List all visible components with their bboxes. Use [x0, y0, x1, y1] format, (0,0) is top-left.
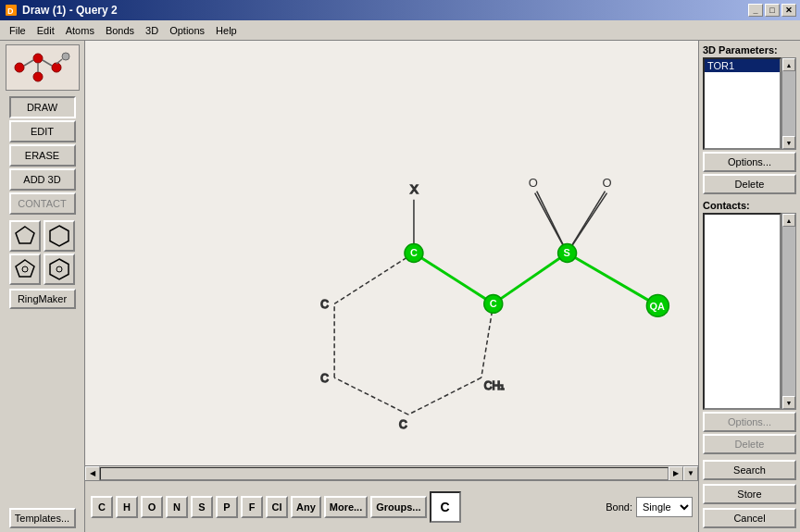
element-More-button[interactable]: More...	[324, 496, 368, 518]
svg-text:QA: QA	[649, 301, 665, 312]
window-controls: _ □ ✕	[748, 4, 796, 17]
element-O-button[interactable]: O	[141, 496, 163, 518]
svg-line-7	[24, 60, 33, 66]
menu-help[interactable]: Help	[210, 23, 243, 38]
scroll-down-button[interactable]: ▼	[683, 466, 698, 481]
contacts-scroll-track	[782, 227, 795, 396]
svg-point-16	[56, 266, 62, 272]
hexagon-ring-button[interactable]	[44, 220, 75, 252]
params-scroll-up[interactable]: ▲	[782, 58, 795, 71]
maximize-button[interactable]: □	[765, 4, 780, 17]
menu-bonds[interactable]: Bonds	[100, 23, 140, 38]
svg-text:C: C	[410, 247, 418, 258]
svg-line-19	[414, 254, 494, 304]
svg-text:C: C	[490, 298, 497, 309]
canvas-area: X CH₁ C C C	[85, 41, 698, 532]
window-title: Draw (1) - Query 2	[22, 4, 748, 17]
right-panel: 3D Parameters: TOR1 ▲ ▼ Options... Delet…	[698, 41, 800, 532]
svg-line-23	[334, 377, 408, 414]
element-Any-button[interactable]: Any	[291, 496, 321, 518]
draw-button[interactable]: DRAW	[9, 96, 76, 118]
svg-line-32	[537, 192, 568, 254]
drawing-canvas[interactable]: X CH₁ C C C	[85, 41, 698, 465]
current-element-display: C	[430, 491, 461, 523]
svg-text:S: S	[564, 247, 570, 258]
element-bar: C H O N S P F Cl Any More... Groups... C…	[85, 480, 698, 532]
store-button[interactable]: Store	[703, 484, 796, 504]
params-scroll-track	[782, 71, 795, 136]
menu-3d[interactable]: 3D	[140, 23, 164, 38]
element-N-button[interactable]: N	[166, 496, 188, 518]
minimize-button[interactable]: _	[748, 4, 763, 17]
element-P-button[interactable]: P	[216, 496, 238, 518]
contacts-options-button[interactable]: Options...	[703, 412, 796, 432]
element-C-button[interactable]: C	[91, 496, 113, 518]
svg-point-3	[33, 54, 43, 63]
pentagon-filled-ring-button[interactable]	[9, 254, 41, 285]
menu-atoms[interactable]: Atoms	[60, 23, 100, 38]
params-list-container: TOR1 ▲ ▼	[703, 57, 796, 150]
search-button[interactable]: Search	[703, 460, 796, 480]
params-delete-button[interactable]: Delete	[703, 174, 796, 194]
menu-bar: File Edit Atoms Bonds 3D Options Help	[0, 20, 800, 41]
contacts-list-container: ▲ ▼	[703, 213, 796, 410]
horizontal-scrollbar: ◀ ▶ ▼	[85, 465, 698, 480]
bond-area: Bond: Single Double Triple Any	[606, 497, 693, 517]
svg-marker-11	[16, 227, 34, 243]
contacts-list[interactable]	[703, 213, 781, 410]
element-S-button[interactable]: S	[191, 496, 213, 518]
ring-buttons	[9, 220, 76, 285]
logo-area	[6, 44, 80, 91]
menu-edit[interactable]: Edit	[31, 23, 60, 38]
svg-text:X: X	[410, 182, 419, 196]
scroll-track-h[interactable]	[100, 467, 669, 480]
svg-point-2	[15, 63, 24, 72]
element-Cl-button[interactable]: Cl	[266, 496, 288, 518]
svg-point-14	[22, 266, 28, 272]
close-button[interactable]: ✕	[781, 4, 796, 17]
3d-params-label: 3D Parameters:	[703, 44, 796, 56]
element-H-button[interactable]: H	[116, 496, 138, 518]
scroll-right-button[interactable]: ▶	[669, 466, 683, 481]
params-list[interactable]: TOR1	[703, 57, 781, 150]
svg-line-10	[56, 59, 62, 64]
erase-button[interactable]: ERASE	[9, 144, 76, 167]
left-toolbar: DRAW EDIT ERASE ADD 3D CONTACT	[0, 41, 85, 532]
element-F-button[interactable]: F	[241, 496, 263, 518]
contact-button[interactable]: CONTACT	[9, 192, 76, 215]
molecule-svg: X CH₁ C C C	[85, 41, 698, 465]
contacts-scrollbar: ▲ ▼	[781, 213, 796, 410]
bond-select[interactable]: Single Double Triple Any	[636, 497, 693, 517]
svg-marker-15	[50, 259, 69, 279]
templates-button[interactable]: Templates...	[9, 508, 76, 528]
svg-marker-13	[16, 260, 34, 277]
bond-label: Bond:	[606, 501, 632, 513]
contacts-delete-button[interactable]: Delete	[703, 434, 796, 454]
params-list-item-0[interactable]: TOR1	[705, 59, 780, 72]
svg-text:O: O	[529, 176, 538, 190]
ring-maker-button[interactable]: RingMaker	[9, 289, 76, 309]
contacts-scroll-down[interactable]: ▼	[782, 396, 795, 409]
svg-point-4	[52, 63, 61, 72]
svg-line-29	[494, 254, 568, 304]
add3d-button[interactable]: ADD 3D	[9, 168, 76, 191]
contacts-label: Contacts:	[703, 200, 796, 211]
hexagon-filled-ring-button[interactable]	[44, 254, 75, 285]
params-options-button[interactable]: Options...	[703, 152, 796, 172]
element-Groups-button[interactable]: Groups...	[370, 496, 426, 518]
svg-text:O: O	[603, 176, 612, 190]
menu-file[interactable]: File	[4, 23, 31, 38]
app-icon: D	[4, 3, 19, 18]
pentagon-ring-button[interactable]	[9, 220, 41, 252]
svg-text:D: D	[7, 6, 14, 16]
edit-button[interactable]: EDIT	[9, 120, 76, 142]
scroll-left-button[interactable]: ◀	[85, 466, 100, 481]
cancel-button[interactable]: Cancel	[703, 508, 796, 528]
contacts-scroll-up[interactable]: ▲	[782, 214, 795, 227]
svg-text:C: C	[320, 298, 329, 311]
menu-options[interactable]: Options	[164, 23, 210, 38]
bottom-buttons: Search Store Cancel	[703, 458, 796, 528]
svg-line-35	[568, 192, 606, 254]
svg-point-5	[33, 72, 43, 81]
params-scroll-down[interactable]: ▼	[782, 136, 795, 149]
